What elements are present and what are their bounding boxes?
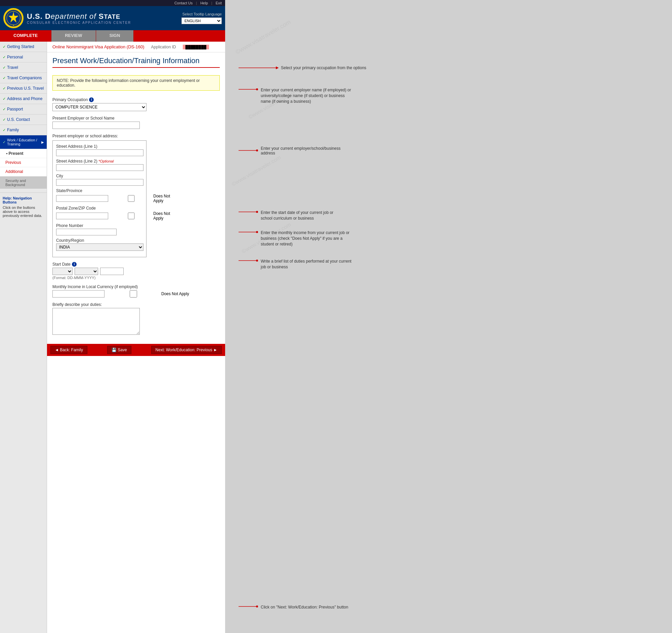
street1-input[interactable]	[56, 149, 143, 156]
tab-sign[interactable]: SIGN	[96, 30, 134, 42]
site-header: ★ U.S. Department of STATE CONSULAR ELEC…	[0, 6, 225, 30]
agency-seal: ★	[3, 8, 24, 28]
street2-field: Street Address (Line 2) *Optional	[56, 159, 143, 171]
header-right: Select Tooltip Language ENGLISH	[182, 12, 222, 24]
save-button[interactable]: 💾 Save	[107, 346, 131, 354]
sidebar-item-security-background[interactable]: Security and Background	[0, 177, 47, 189]
sidebar-item-personal[interactable]: ✓ Personal	[0, 52, 47, 62]
tab-complete[interactable]: COMPLETE	[0, 30, 51, 42]
sidebar-item-work-education[interactable]: ✓ Work / Education / Training ▶	[0, 135, 47, 149]
start-date-year[interactable]	[100, 268, 124, 275]
svg-point-16	[256, 605, 258, 607]
postal-label: Postal Zone/ZIP Code	[56, 206, 143, 210]
postal-dna-checkbox[interactable]	[110, 212, 152, 219]
income-dna-checkbox[interactable]	[106, 290, 160, 298]
sidebar-sub-previous[interactable]: Previous	[0, 158, 47, 167]
duties-textarea[interactable]	[52, 308, 140, 335]
street2-input[interactable]	[56, 164, 143, 171]
main-content: Online Nonimmigrant Visa Application (DS…	[47, 42, 225, 633]
check-icon: ✓	[3, 55, 6, 59]
city-label: City	[56, 174, 143, 178]
application-title: Online Nonimmigrant Visa Application (DS…	[52, 44, 144, 49]
employer-name-section: Present Employer or School Name	[52, 116, 220, 129]
annotation-6: Write a brief list of duties performed a…	[239, 259, 353, 270]
street1-field: Street Address (Line 1)	[56, 144, 143, 156]
income-input[interactable]	[52, 290, 104, 298]
info-icon-occupation[interactable]: i	[89, 97, 94, 102]
start-date-month[interactable]	[75, 268, 98, 275]
street1-label: Street Address (Line 1)	[56, 144, 143, 149]
postal-dna: Does Not Apply	[110, 211, 175, 221]
contact-link[interactable]: Contact Us	[174, 1, 193, 5]
app-id-value: ████████	[183, 45, 209, 49]
city-input[interactable]	[56, 179, 143, 186]
phone-field: Phone Number	[56, 223, 143, 235]
state-input[interactable]	[56, 195, 108, 202]
check-icon: ✓	[3, 107, 6, 111]
back-button[interactable]: ◄ Back: Family	[50, 346, 87, 354]
svg-point-6	[256, 88, 258, 90]
sidebar-item-passport[interactable]: ✓ Passport	[0, 104, 47, 115]
tab-review[interactable]: REVIEW	[51, 30, 96, 42]
state-label: State/Province	[56, 188, 143, 193]
date-row	[52, 268, 220, 275]
help-link[interactable]: Help	[200, 1, 208, 5]
sidebar-help-section: Help: Navigation Buttons Click on the bu…	[0, 193, 47, 221]
sidebar-item-getting-started[interactable]: ✓ Getting Started	[0, 42, 47, 52]
check-icon: ✓	[3, 76, 6, 80]
sidebar-item-prev-us-travel[interactable]: ✓ Previous U.S. Travel	[0, 83, 47, 94]
footer-center: 💾 Save	[89, 346, 150, 354]
svg-point-14	[256, 259, 258, 261]
sidebar-item-family[interactable]: ✓ Family	[0, 125, 47, 135]
duties-label: Briefly describe your duties:	[52, 302, 220, 307]
expand-arrow-icon: ▶	[41, 141, 44, 144]
app-id-label: Application ID	[151, 45, 176, 49]
svg-point-12	[256, 231, 258, 233]
svg-point-8	[256, 149, 258, 151]
footer-right: Next: Work/Education: Previous ►	[151, 346, 222, 354]
info-icon-start-date[interactable]: i	[72, 262, 77, 267]
annotation-5: Enter the monthly income from your curre…	[239, 230, 353, 247]
sidebar-sub-additional[interactable]: Additional	[0, 167, 47, 176]
primary-occupation-select[interactable]: COMPUTER SCIENCE	[52, 103, 146, 111]
employer-name-label: Present Employer or School Name	[52, 116, 220, 121]
address-section: Present employer or school address: Stre…	[52, 134, 220, 257]
state-dna: Does Not Apply	[110, 194, 175, 203]
check-icon: ✓	[3, 118, 6, 122]
next-button[interactable]: Next: Work/Education: Previous ►	[151, 346, 222, 354]
postal-input[interactable]	[56, 212, 108, 219]
phone-input[interactable]	[56, 229, 117, 235]
country-field: Country/Region INDIA	[56, 238, 143, 251]
employer-name-input[interactable]	[52, 122, 140, 129]
sidebar-item-address-phone[interactable]: ✓ Address and Phone	[0, 94, 47, 104]
sidebar-sub-present[interactable]: Present	[0, 149, 47, 158]
language-select[interactable]: ENGLISH	[182, 18, 222, 24]
footer-bar: ◄ Back: Family 💾 Save Next: Work/Educati…	[47, 344, 225, 356]
postal-dna-label: Does Not Apply	[153, 211, 175, 221]
exit-link[interactable]: Exit	[216, 1, 222, 5]
tooltip-lang-label: Select Tooltip Language	[183, 12, 222, 16]
sidebar-item-travel-companions[interactable]: ✓ Travel Companions	[0, 73, 47, 83]
primary-occupation-label: Primary Occupation i	[52, 97, 220, 102]
income-dna-label: Does Not Apply	[161, 292, 189, 296]
income-label: Monthly Income in Local Currency (if emp…	[52, 284, 220, 289]
annotation-2: Enter your current employer name (if emp…	[239, 87, 353, 104]
page-heading: Present Work/Education/Training Informat…	[52, 56, 220, 68]
income-section: Monthly Income in Local Currency (if emp…	[52, 284, 220, 298]
help-text: Click on the buttons above to access pre…	[3, 205, 44, 218]
start-date-day[interactable]	[52, 268, 73, 275]
check-icon: ✓	[3, 128, 6, 132]
sidebar-item-travel[interactable]: ✓ Travel	[0, 62, 47, 73]
country-select[interactable]: INDIA	[56, 244, 143, 251]
country-label: Country/Region	[56, 238, 143, 243]
sidebar-item-us-contact[interactable]: ✓ U.S. Contact	[0, 115, 47, 125]
postal-row: Does Not Apply	[56, 211, 143, 221]
dept-subtitle: CONSULAR ELECTRONIC APPLICATION CENTER	[27, 21, 131, 25]
footer-annotation: Click on "Next: Work/Education: Previous…	[239, 604, 348, 609]
postal-field: Postal Zone/ZIP Code Does Not Apply	[56, 206, 143, 221]
top-bar: Contact Us | Help | Exit	[0, 0, 225, 6]
duties-section: Briefly describe your duties:	[52, 302, 220, 336]
state-dna-checkbox[interactable]	[110, 195, 152, 202]
nav-tabs: COMPLETE REVIEW SIGN	[0, 30, 225, 42]
sidebar-sub-menu: Present Previous Additional	[0, 149, 47, 177]
